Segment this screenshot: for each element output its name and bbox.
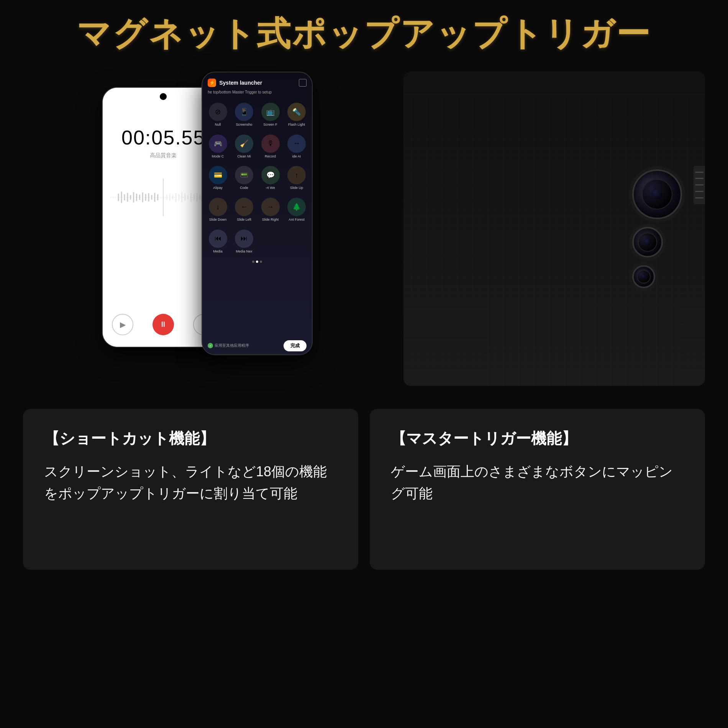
launcher-app-icon-symbol: ⚡: [209, 80, 215, 85]
svg-rect-24: [190, 193, 192, 202]
slideright-label: Slide Right: [262, 218, 279, 222]
trigger-body: ゲーム画面上のさまざまなボタンにマッピング可能: [391, 461, 684, 505]
list-item[interactable]: 📟 Code: [232, 163, 257, 193]
camera-lens-tertiary: [632, 265, 655, 288]
camera-lens-tertiary-inner: [637, 270, 651, 284]
camera-lens-secondary-inner: [638, 233, 657, 252]
mediaprev-label: Media: [213, 249, 223, 254]
svg-rect-19: [175, 193, 177, 202]
screenf-icon: 📺: [261, 103, 280, 121]
camera-body: [403, 72, 705, 386]
trigger-heading: 【マスタートリガー機能】: [391, 428, 684, 449]
list-item[interactable]: ⊘ Null: [205, 100, 230, 130]
slideleft-label: Slide Left: [237, 218, 251, 222]
phone-launcher: ⚡ System launcher he top/bottom Master T…: [202, 72, 313, 355]
list-item[interactable]: 💬 -rt We: [258, 163, 283, 193]
screenshot-icon: 📱: [235, 103, 253, 121]
hardware-visual: [403, 72, 705, 386]
side-connector: [694, 166, 705, 204]
svg-rect-25: [193, 194, 195, 201]
pause-icon: ⏸: [159, 320, 167, 329]
recording-controls: ▶ ⏸ ✓: [112, 314, 215, 335]
top-content: 00:05.55 高品質音楽: [23, 72, 705, 386]
list-item[interactable]: 📱 Screensho: [232, 100, 257, 130]
screenf-label: Screen F: [263, 123, 277, 127]
list-item[interactable]: 💳 Alipay: [205, 163, 230, 193]
list-item[interactable]: ← Slide Left: [232, 195, 257, 225]
app-label-text: 应用至其他应用程序: [215, 343, 249, 348]
slidedown-icon: ↓: [209, 198, 227, 216]
dot-1: [252, 261, 254, 263]
svg-rect-3: [121, 192, 122, 203]
green-check-icon: ✓: [208, 343, 213, 348]
screenshot-label: Screensho: [236, 123, 252, 127]
connector-pin-5: [695, 197, 703, 198]
lens-pupil-3: [641, 274, 646, 279]
list-item[interactable]: ↔ ide AI: [284, 131, 309, 162]
launcher-edit-icon[interactable]: [299, 79, 307, 87]
camera-lens-main: [632, 169, 682, 219]
list-item[interactable]: ↓ Slide Down: [205, 195, 230, 225]
clean-label: Clean Mi: [237, 154, 251, 159]
phones-area: 00:05.55 高品質音楽: [23, 72, 392, 386]
svg-rect-23: [187, 195, 189, 200]
launcher-bottom-bar: ✓ 应用至其他应用程序 完成: [202, 337, 312, 354]
launcher-dots: [202, 258, 312, 265]
phone-launcher-inner: ⚡ System launcher he top/bottom Master T…: [202, 72, 312, 354]
play-button[interactable]: ▶: [112, 314, 133, 335]
connector-pin-3: [695, 184, 703, 185]
camera-lens-area: [632, 169, 682, 288]
dot-2: [256, 261, 258, 263]
svg-rect-11: [145, 194, 146, 201]
list-item[interactable]: 🌲 Ant Forest: [284, 195, 309, 225]
list-item[interactable]: → Slide Right: [258, 195, 283, 225]
code-label: Code: [240, 186, 248, 190]
list-item[interactable]: 🎮 Mode C: [205, 131, 230, 162]
pause-button[interactable]: ⏸: [152, 314, 174, 335]
svg-rect-5: [127, 193, 128, 202]
slidedown-label: Slide Down: [209, 218, 227, 222]
phone-notch: [160, 93, 167, 100]
play-icon: ▶: [120, 320, 126, 329]
medianext-icon: ⏭: [235, 230, 253, 248]
record-label: Record: [265, 154, 276, 159]
ai-label: ide AI: [292, 154, 301, 159]
shortcut-heading: 【ショートカット機能】: [44, 428, 337, 449]
mediaprev-icon: ⏮: [209, 230, 227, 248]
lens-pupil-2: [644, 238, 651, 246]
dot-3: [260, 261, 262, 263]
launcher-app-label: ✓ 应用至其他应用程序: [208, 343, 249, 348]
list-item[interactable]: 🔦 Flash Light: [284, 100, 309, 130]
slideup-icon: ↑: [287, 166, 306, 184]
flashlight-label: Flash Light: [288, 123, 305, 127]
launcher-grid: ⊘ Null 📱 Screensho 📺 Screen F 🔦: [202, 98, 312, 258]
bottom-cards: 【ショートカット機能】 スクリーンショット、ライトなど18個の機能をポップアップ…: [23, 409, 705, 570]
waveform-area: [110, 174, 216, 220]
done-button[interactable]: 完成: [284, 340, 307, 351]
list-item[interactable]: 📺 Screen F: [258, 100, 283, 130]
launcher-title: System launcher: [219, 80, 262, 86]
lens-pupil: [651, 189, 663, 200]
list-item[interactable]: 🎙 Record: [258, 131, 283, 162]
code-icon: 📟: [235, 166, 253, 184]
antforest-label: Ant Forest: [289, 218, 305, 222]
connector-pin-2: [695, 178, 703, 179]
svg-rect-12: [148, 193, 149, 202]
page-container: マグネット式ポップアップトリガー 00:05.55 高品質音楽: [0, 0, 728, 728]
svg-rect-14: [154, 193, 156, 202]
wechat-icon: 💬: [261, 166, 280, 184]
connector-pin-1: [695, 172, 703, 173]
list-item[interactable]: ⏭ Media Nex: [232, 226, 257, 257]
wechat-label: -rt We: [266, 186, 275, 190]
camera-lens-secondary: [632, 227, 663, 257]
null-label: Null: [215, 123, 221, 127]
hardware-area: [403, 72, 705, 386]
list-item[interactable]: ⏮ Media: [205, 226, 230, 257]
svg-rect-26: [197, 193, 198, 202]
list-item[interactable]: ↑ Slide Up: [284, 163, 309, 193]
svg-rect-22: [184, 193, 185, 201]
svg-rect-17: [169, 193, 171, 201]
svg-rect-6: [130, 195, 131, 200]
antforest-icon: 🌲: [287, 198, 306, 216]
list-item[interactable]: 🧹 Clean Mi: [232, 131, 257, 162]
